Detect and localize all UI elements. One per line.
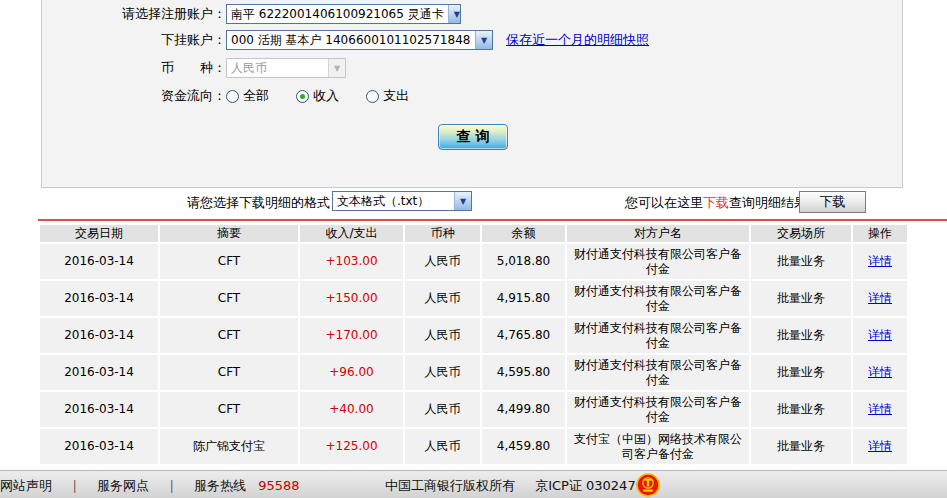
- query-button[interactable]: 查 询: [438, 124, 508, 150]
- detail-link[interactable]: 详情: [868, 291, 892, 305]
- sub-account-select[interactable]: 000 活期 基本户 1406600101102571848 ▼: [226, 30, 493, 50]
- cell-venue: 批量业务: [751, 429, 851, 464]
- cell-currency: 人民币: [405, 281, 480, 316]
- footer-link-statement[interactable]: 网站声明: [0, 478, 52, 493]
- cell-venue: 批量业务: [751, 318, 851, 353]
- sub-account-value: 000 活期 基本户 1406600101102571848: [231, 32, 470, 49]
- query-form-panel: 请选择注册账户： 南平 6222001406100921065 灵通卡 ▼ 下挂…: [41, 0, 903, 188]
- download-hint-link[interactable]: 下载: [703, 195, 729, 210]
- flow-option-expense[interactable]: 支出: [366, 87, 409, 105]
- footer-separator: ｜: [68, 478, 81, 493]
- cell-action: 详情: [853, 244, 907, 279]
- detail-link[interactable]: 详情: [868, 402, 892, 416]
- cell-currency: 人民币: [405, 318, 480, 353]
- download-hint-prefix: 您可以在这里: [625, 195, 703, 210]
- cell-amount: +103.00: [300, 244, 403, 279]
- icp-seal-icon: [636, 473, 660, 497]
- cell-amount: +170.00: [300, 318, 403, 353]
- footer-copyright-block: 中国工商银行版权所有 京ICP证 030247号: [385, 477, 649, 495]
- radio-icon: [296, 90, 309, 103]
- radio-icon: [366, 90, 379, 103]
- table-row: 2016-03-14CFT+40.00人民币4,499.80财付通支付科技有限公…: [40, 392, 907, 427]
- cell-balance: 4,915.80: [482, 281, 565, 316]
- chevron-down-icon: ▼: [475, 31, 492, 49]
- cell-action: 详情: [853, 281, 907, 316]
- chevron-down-icon: ▼: [454, 192, 471, 210]
- flow-option-all-label: 全部: [243, 87, 269, 105]
- table-header-cell: 收入/支出: [300, 225, 403, 242]
- cell-counterparty: 财付通支付科技有限公司客户备付金: [567, 318, 749, 353]
- table-header-cell: 对方户名: [567, 225, 749, 242]
- cell-balance: 4,499.80: [482, 392, 565, 427]
- footer-icp: 京ICP证 030247号: [535, 478, 649, 493]
- cell-summary: CFT: [160, 318, 298, 353]
- cell-amount: +96.00: [300, 355, 403, 390]
- footer-link-outlets[interactable]: 服务网点: [97, 478, 149, 493]
- cell-action: 详情: [853, 318, 907, 353]
- register-account-label: 请选择注册账户：: [42, 5, 226, 23]
- table-row: 2016-03-14CFT+96.00人民币4,595.80财付通支付科技有限公…: [40, 355, 907, 390]
- cell-currency: 人民币: [405, 244, 480, 279]
- register-account-row: 请选择注册账户： 南平 6222001406100921065 灵通卡 ▼: [42, 3, 902, 25]
- cell-venue: 批量业务: [751, 244, 851, 279]
- chevron-down-icon: ▼: [448, 5, 461, 23]
- cell-currency: 人民币: [405, 392, 480, 427]
- chevron-down-icon: ▼: [328, 59, 345, 77]
- footer-hotline-label: 服务热线: [194, 478, 246, 493]
- fund-flow-label: 资金流向：: [42, 87, 226, 105]
- flow-option-income[interactable]: 收入: [296, 87, 339, 105]
- register-account-value: 南平 6222001406100921065 灵通卡: [231, 6, 444, 23]
- cell-counterparty: 财付通支付科技有限公司客户备付金: [567, 281, 749, 316]
- currency-select: 人民币 ▼: [226, 58, 346, 78]
- cell-summary: 陈广锦支付宝: [160, 429, 298, 464]
- cell-currency: 人民币: [405, 355, 480, 390]
- cell-counterparty: 财付通支付科技有限公司客户备付金: [567, 392, 749, 427]
- cell-venue: 批量业务: [751, 355, 851, 390]
- table-header-cell: 币种: [405, 225, 480, 242]
- cell-summary: CFT: [160, 244, 298, 279]
- cell-counterparty: 支付宝（中国）网络技术有限公司客户备付金: [567, 429, 749, 464]
- cell-action: 详情: [853, 355, 907, 390]
- table-header-row: 交易日期摘要收入/支出币种余额对方户名交易场所操作: [40, 225, 907, 242]
- footer-separator: ｜: [165, 478, 178, 493]
- flow-option-all[interactable]: 全部: [226, 87, 269, 105]
- cell-date: 2016-03-14: [40, 244, 158, 279]
- detail-link[interactable]: 详情: [868, 254, 892, 268]
- cell-summary: CFT: [160, 392, 298, 427]
- detail-link[interactable]: 详情: [868, 365, 892, 379]
- cell-currency: 人民币: [405, 429, 480, 464]
- cell-balance: 5,018.80: [482, 244, 565, 279]
- cell-balance: 4,765.80: [482, 318, 565, 353]
- table-header-cell: 交易日期: [40, 225, 158, 242]
- cell-amount: +40.00: [300, 392, 403, 427]
- cell-amount: +125.00: [300, 429, 403, 464]
- transaction-table: 交易日期摘要收入/支出币种余额对方户名交易场所操作 2016-03-14CFT+…: [38, 223, 909, 466]
- table-header-cell: 交易场所: [751, 225, 851, 242]
- cell-date: 2016-03-14: [40, 281, 158, 316]
- flow-option-income-label: 收入: [313, 87, 339, 105]
- download-row: 请您选择下载明细的格式 文本格式（.txt） ▼ 您可以在这里下载查询明细结果 …: [0, 190, 947, 214]
- currency-label: 币 种：: [42, 59, 226, 77]
- cell-amount: +150.00: [300, 281, 403, 316]
- download-button[interactable]: 下载: [799, 191, 866, 213]
- snapshot-link[interactable]: 保存近一个月的明细快照: [506, 31, 649, 49]
- table-header-cell: 摘要: [160, 225, 298, 242]
- cell-venue: 批量业务: [751, 281, 851, 316]
- footer: 网站声明 ｜ 服务网点 ｜ 服务热线 95588 中国工商银行版权所有 京ICP…: [0, 470, 947, 498]
- download-format-value: 文本格式（.txt）: [337, 193, 429, 210]
- footer-hotline-number: 95588: [258, 478, 299, 493]
- cell-counterparty: 财付通支付科技有限公司客户备付金: [567, 355, 749, 390]
- download-hint: 您可以在这里下载查询明细结果: [625, 194, 807, 212]
- cell-summary: CFT: [160, 355, 298, 390]
- detail-link[interactable]: 详情: [868, 439, 892, 453]
- table-row: 2016-03-14陈广锦支付宝+125.00人民币4,459.80支付宝（中国…: [40, 429, 907, 464]
- detail-link[interactable]: 详情: [868, 328, 892, 342]
- cell-summary: CFT: [160, 281, 298, 316]
- cell-balance: 4,459.80: [482, 429, 565, 464]
- register-account-select[interactable]: 南平 6222001406100921065 灵通卡 ▼: [226, 4, 461, 24]
- cell-date: 2016-03-14: [40, 355, 158, 390]
- currency-value: 人民币: [231, 60, 267, 77]
- table-header-cell: 操作: [853, 225, 907, 242]
- download-format-select[interactable]: 文本格式（.txt） ▼: [332, 191, 472, 211]
- download-hint-suffix: 查询明细结果: [729, 195, 807, 210]
